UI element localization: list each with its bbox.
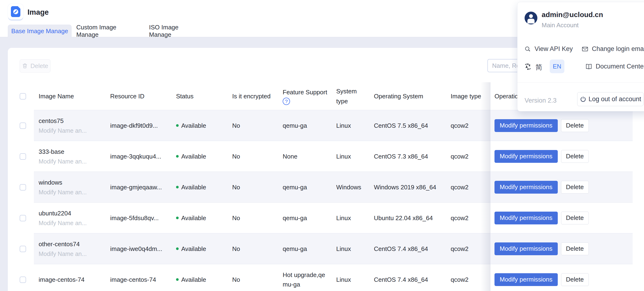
language-en-toggle[interactable]: EN xyxy=(550,60,564,73)
status-dot xyxy=(176,248,179,250)
modify-permissions-button[interactable]: Modify permissions xyxy=(494,150,558,163)
tab-iso-image-manage[interactable]: ISO Image Manage xyxy=(149,25,200,38)
row-checkbox[interactable] xyxy=(20,153,26,160)
status-text: Available xyxy=(181,213,206,223)
image-name: image-centos-74 xyxy=(38,276,84,283)
encrypted-value: No xyxy=(228,141,278,172)
resource-id: image-centos-74 xyxy=(106,264,171,291)
modify-name-link[interactable]: Modify Name an... xyxy=(38,251,87,257)
bulk-delete-button[interactable]: Delete xyxy=(20,59,50,72)
resource-id: image-5fdsu8qv... xyxy=(106,202,171,233)
tab-base-image-manage[interactable]: Base Image Manage xyxy=(8,25,72,38)
translate-icon xyxy=(524,63,532,70)
resource-id: image-dkf9t0d9... xyxy=(106,110,171,141)
row-checkbox[interactable] xyxy=(20,215,26,221)
status-dot xyxy=(176,216,179,219)
feature-support-value: None xyxy=(278,141,332,172)
screen: Image Base Image Manage Custom Image Man… xyxy=(0,0,644,291)
modify-permissions-button[interactable]: Modify permissions xyxy=(494,242,558,255)
logout-button[interactable]: Log out of account xyxy=(577,92,644,106)
help-icon[interactable]: ? xyxy=(283,98,290,105)
modify-permissions-button[interactable]: Modify permissions xyxy=(494,273,558,286)
row-checkbox[interactable] xyxy=(20,276,26,283)
image-product-icon xyxy=(8,4,24,20)
modify-permissions-button[interactable]: Modify permissions xyxy=(494,119,558,132)
image-name: other-centos74 xyxy=(38,241,80,248)
modify-permissions-button[interactable]: Modify permissions xyxy=(494,181,558,194)
system-type-value: Linux xyxy=(332,110,369,141)
envelope-icon xyxy=(582,46,588,52)
image-type-value: qcow2 xyxy=(446,202,490,233)
header-encrypted: Is it encrypted xyxy=(228,82,278,110)
resource-id: image-3qqkuqu4... xyxy=(106,141,171,172)
status-text: Available xyxy=(181,275,206,284)
table-row: image-centos-74 image-centos-74 Availabl… xyxy=(20,264,633,291)
image-type-value: qcow2 xyxy=(446,110,490,141)
status-dot xyxy=(176,278,179,281)
system-type-value: Linux xyxy=(332,202,369,233)
row-checkbox[interactable] xyxy=(20,122,26,129)
header-system-type: System type xyxy=(332,82,369,110)
status-dot xyxy=(176,186,179,188)
modify-name-link[interactable]: Modify Name an... xyxy=(38,220,87,226)
image-name: windows xyxy=(38,179,62,186)
header-status: Status xyxy=(171,82,228,110)
encrypted-value: No xyxy=(228,110,278,141)
os-value: CentOS 7.4 x86_64 xyxy=(369,234,446,264)
os-value: CentOS 7.4 x86_64 xyxy=(369,264,446,291)
document-center-item[interactable]: Document Center xyxy=(585,63,644,70)
image-name: ubuntu2204 xyxy=(38,210,71,216)
delete-button[interactable]: Delete xyxy=(561,242,589,255)
modify-name-link[interactable]: Modify Name an... xyxy=(38,189,87,195)
image-name: centos75 xyxy=(38,118,64,124)
page-title: Image xyxy=(28,8,49,16)
account-type: Main Account xyxy=(542,22,578,29)
encrypted-value: No xyxy=(228,172,278,202)
fixed-column-divider xyxy=(490,82,490,291)
view-api-key-item[interactable]: View API Key xyxy=(524,45,573,52)
view-api-key-label: View API Key xyxy=(534,45,573,52)
image-type-value: qcow2 xyxy=(446,264,490,291)
language-zh-toggle[interactable]: 简 xyxy=(536,63,542,72)
tab-custom-image-manage[interactable]: Custom Image Manage xyxy=(76,25,140,38)
user-avatar-icon xyxy=(524,12,538,24)
image-name: 333-base xyxy=(38,148,64,155)
delete-button[interactable]: Delete xyxy=(561,273,589,286)
image-type-value: qcow2 xyxy=(446,234,490,264)
os-value: Ubuntu 22.04 x86_64 xyxy=(369,202,446,233)
status-text: Available xyxy=(181,244,206,254)
status-text: Available xyxy=(181,121,206,130)
modify-name-link[interactable]: Modify Name an... xyxy=(38,158,87,164)
row-checkbox[interactable] xyxy=(20,184,26,190)
language-switch-icon-item[interactable] xyxy=(524,63,532,70)
delete-button[interactable]: Delete xyxy=(561,119,589,132)
row-checkbox[interactable] xyxy=(20,246,26,252)
delete-button[interactable]: Delete xyxy=(561,212,589,224)
encrypted-value: No xyxy=(228,202,278,233)
modify-name-link[interactable]: Modify Name an... xyxy=(38,128,87,134)
account-email: admin@ucloud.cn xyxy=(542,11,603,19)
version-label: Version 2.3 xyxy=(524,97,556,104)
table-row: ubuntu2204 Modify Name an... image-5fdsu… xyxy=(20,202,633,234)
trash-icon xyxy=(22,63,28,69)
system-type-value: Linux xyxy=(332,141,369,172)
account-popover: admin@ucloud.cn Main Account View API Ke… xyxy=(517,2,644,112)
delete-button[interactable]: Delete xyxy=(561,181,589,194)
power-icon xyxy=(580,96,587,103)
logout-label: Log out of account xyxy=(588,96,641,103)
status-dot xyxy=(176,155,179,158)
select-all-checkbox[interactable] xyxy=(20,93,26,100)
status-text: Available xyxy=(181,182,206,192)
change-login-email-item[interactable]: Change login email xyxy=(582,45,644,52)
os-value: CentOS 7.3 x86_64 xyxy=(369,141,446,172)
image-file-icon xyxy=(11,6,20,17)
feature-support-value: qemu-ga xyxy=(278,234,332,264)
system-type-value: Linux xyxy=(332,264,369,291)
encrypted-value: No xyxy=(228,264,278,291)
popover-divider xyxy=(518,82,644,83)
delete-button[interactable]: Delete xyxy=(561,150,589,163)
modify-permissions-button[interactable]: Modify permissions xyxy=(494,212,558,224)
os-value: Windows 2019 x86_64 xyxy=(369,172,446,202)
book-icon xyxy=(585,63,592,70)
status-text: Available xyxy=(181,152,206,161)
